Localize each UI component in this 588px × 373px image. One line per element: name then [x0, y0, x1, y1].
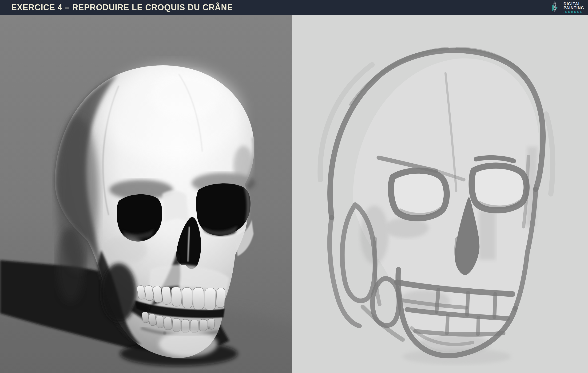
logo-wordmark: DIGITAL PAINTING .SCHOOL [564, 2, 584, 13]
slide: EXERCICE 4 – REPRODUIRE LE CROQUIS DU CR… [0, 0, 588, 373]
logo-word-digital: DIGITAL [564, 2, 584, 6]
skull-render-image [0, 15, 292, 373]
logo-word-painting: PAINTING [564, 6, 584, 10]
digital-painting-school-logo: DIGITAL PAINTING .SCHOOL [550, 1, 586, 14]
skull-sketch-panel [292, 15, 588, 373]
nasal-bridge [162, 191, 189, 223]
logo-word-school: .SCHOOL [564, 10, 584, 13]
skull-sketch-image [292, 15, 588, 373]
skull-render-panel [0, 15, 292, 373]
app-header: EXERCICE 4 – REPRODUIRE LE CROQUIS DU CR… [0, 0, 588, 15]
page-title: EXERCICE 4 – REPRODUIRE LE CROQUIS DU CR… [11, 3, 233, 12]
stylus-play-icon [550, 1, 562, 14]
